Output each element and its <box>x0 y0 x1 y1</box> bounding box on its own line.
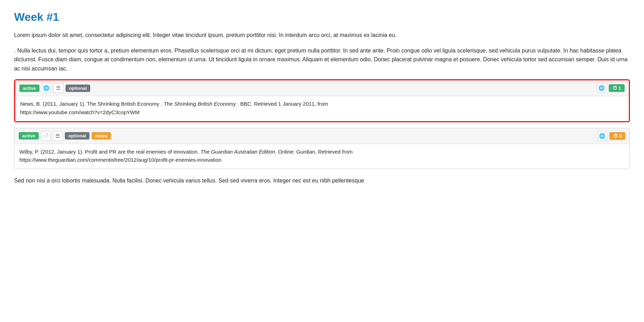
citation-text-before-2: Wilby, P. (2012, January 1). Profit and … <box>19 149 200 155</box>
citation-italic-1: The Shrinking British Economy <box>163 101 236 107</box>
list-icon-1[interactable]: ☰ <box>54 83 63 93</box>
optional-badge-2[interactable]: optional <box>65 132 90 140</box>
globe-icon-1[interactable]: 🌐 <box>42 83 51 93</box>
globe-right-icon-1[interactable]: 🌐 <box>597 83 607 93</box>
resource-card-1-header-right: 🌐 ⏱ 1 <box>597 83 625 93</box>
clock-icon-2: ⏱ <box>613 133 618 139</box>
active-badge-2[interactable]: active <box>19 132 39 140</box>
notes-badge-2[interactable]: notes <box>92 132 111 140</box>
count-value-1: 1 <box>619 86 621 91</box>
resource-card-1-body: News, B. (2011, January 1). The Shrinkin… <box>15 96 629 121</box>
list-icon-2[interactable]: ☰ <box>53 131 63 141</box>
optional-badge-1[interactable]: optional <box>66 85 91 92</box>
count-value-2: 0 <box>619 133 622 138</box>
globe-right-icon-2[interactable]: 🌐 <box>597 131 607 141</box>
doc-icon-2[interactable]: 📄 <box>41 131 51 141</box>
paragraph-2: . Nulla lectus dui, tempor quis tortor a… <box>14 46 630 73</box>
paragraph-3: Sed non nisi a orci lobortis malesuada. … <box>14 176 630 185</box>
citation-url-2: https://www.theguardian.com/commentisfre… <box>19 157 222 163</box>
resource-card-1-header: active 🌐 ☰ optional 🌐 ⏱ 1 <box>15 80 629 96</box>
citation-url-1: https://www.youtube.com/watch?v=2dyC3cop… <box>20 109 140 115</box>
resource-card-2: active 📄 ☰ optional notes 🌐 ⏱ 0 Wilby, P… <box>14 128 630 169</box>
paragraph-1: Lorem ipsum dolor sit amet, consectetur … <box>14 31 630 40</box>
resource-card-2-header-right: 🌐 ⏱ 0 <box>597 131 625 141</box>
citation-text-before-1: News, B. (2011, January 1). The Shrinkin… <box>20 101 163 107</box>
resource-card-2-header-left: active 📄 ☰ optional notes <box>19 131 111 141</box>
citation-text-after-2: . Online: Gurdian. Retrieved from <box>275 149 353 155</box>
resource-card-2-header: active 📄 ☰ optional notes 🌐 ⏱ 0 <box>14 128 630 144</box>
page-title: Week #1 <box>14 11 630 24</box>
citation-text-after-1: . BBC. Retrieved 1 January 2011, from <box>236 101 328 107</box>
count-btn-1[interactable]: ⏱ 1 <box>609 84 625 92</box>
resource-card-1-header-left: active 🌐 ☰ optional <box>19 83 90 93</box>
resource-card-1: active 🌐 ☰ optional 🌐 ⏱ 1 News, B. (2011… <box>14 79 630 122</box>
clock-icon-1: ⏱ <box>612 85 617 91</box>
citation-italic-2: The Guardian Australian Edition <box>200 149 275 155</box>
resource-card-2-body: Wilby, P. (2012, January 1). Profit and … <box>14 144 630 169</box>
count-btn-2[interactable]: ⏱ 0 <box>609 132 625 140</box>
active-badge-1[interactable]: active <box>19 85 39 92</box>
